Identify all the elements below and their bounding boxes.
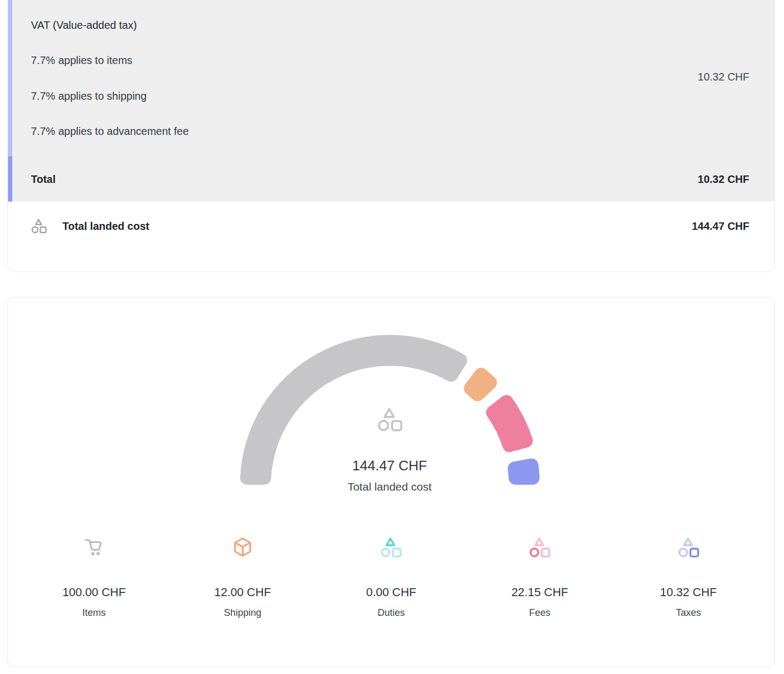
stat-value: 10.32 CHF (660, 585, 716, 599)
total-landed-cost-amount: 144.47 CHF (692, 219, 749, 233)
stat-items: 100.00 CHF Items (20, 535, 169, 619)
stat-duties: 0.00 CHF Duties (317, 535, 466, 619)
gauge-center-label: Total landed cost (8, 480, 771, 493)
cost-stats-row: 100.00 CHF Items 12.00 CHF Shipping (20, 535, 763, 619)
cart-icon (82, 535, 106, 559)
gauge-center-value: 144.47 CHF (8, 458, 771, 474)
stat-value: 22.15 CHF (511, 585, 568, 599)
vat-section-title: VAT (Value-added tax) (31, 18, 137, 33)
landed-cost-shapes-icon (30, 218, 47, 234)
stat-label: Items (82, 607, 106, 619)
stat-label: Fees (529, 607, 550, 619)
stat-value: 0.00 CHF (366, 585, 416, 599)
stat-value: 100.00 CHF (62, 585, 126, 599)
cube-icon (231, 535, 254, 559)
total-landed-cost-label: Total landed cost (62, 219, 149, 233)
stat-label: Shipping (224, 607, 261, 619)
stat-fees: 22.15 CHF Fees (466, 535, 614, 619)
vat-accent-bar (8, 0, 12, 156)
stat-value: 12.00 CHF (214, 585, 271, 599)
vat-rule-advancement-fee: 7.7% applies to advancement fee (31, 124, 189, 139)
gauge-center-shapes-icon (376, 406, 404, 432)
cost-breakdown-card: VAT (Value-added tax) 7.7% applies to it… (7, 0, 775, 272)
stat-label: Duties (378, 607, 405, 619)
stat-shipping: 12.00 CHF Shipping (169, 535, 317, 619)
total-accent-bar (8, 156, 12, 202)
stat-taxes: 10.32 CHF Taxes (614, 535, 763, 619)
vat-amount: 10.32 CHF (698, 71, 749, 83)
taxes-shapes-icon (677, 535, 700, 559)
vat-rule-items: 7.7% applies to items (31, 53, 132, 68)
fees-shapes-icon (528, 535, 551, 559)
tax-total-amount: 10.32 CHF (698, 173, 749, 186)
stat-label: Taxes (676, 607, 701, 619)
vat-rule-shipping: 7.7% applies to shipping (31, 89, 147, 103)
duties-shapes-icon (379, 535, 403, 559)
landed-cost-gauge-card: 144.47 CHF Total landed cost 100.00 CHF … (7, 297, 775, 668)
tax-total-label: Total (31, 173, 55, 186)
